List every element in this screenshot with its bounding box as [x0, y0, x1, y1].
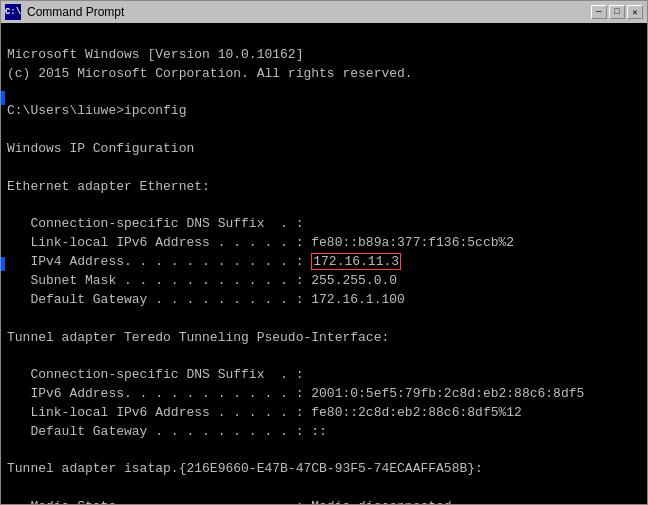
line-blank2 — [7, 84, 641, 103]
maximize-button[interactable]: □ — [609, 5, 625, 19]
line-blank4 — [7, 159, 641, 178]
window-icon: C:\ — [5, 4, 21, 20]
left-accent-2 — [1, 257, 5, 271]
line-blank9 — [7, 479, 641, 498]
line-ipv4: IPv4 Address. . . . . . . . . . . : 172.… — [7, 253, 641, 272]
line-teredo-header: Tunnel adapter Teredo Tunneling Pseudo-I… — [7, 329, 641, 348]
ipv4-label: IPv4 Address. . . . . . . . . . . : — [7, 254, 311, 269]
line-prompt1: C:\Users\liuwe>ipconfig — [7, 102, 641, 121]
window-controls: ─ □ ✕ — [591, 5, 643, 19]
command-prompt-window: C:\ Command Prompt ─ □ ✕ Microsoft Windo… — [0, 0, 648, 505]
line-subnet: Subnet Mask . . . . . . . . . . . : 255.… — [7, 272, 641, 291]
terminal-output: Microsoft Windows [Version 10.0.10162] (… — [1, 23, 647, 504]
title-bar: C:\ Command Prompt ─ □ ✕ — [1, 1, 647, 23]
line-dns-suffix: Connection-specific DNS Suffix . : — [7, 215, 641, 234]
left-accent-1 — [1, 91, 5, 105]
minimize-button[interactable]: ─ — [591, 5, 607, 19]
line-version: Microsoft Windows [Version 10.0.10162] — [7, 46, 641, 65]
line-copyright: (c) 2015 Microsoft Corporation. All righ… — [7, 65, 641, 84]
line-blank8 — [7, 442, 641, 461]
line-ethernet-header: Ethernet adapter Ethernet: — [7, 178, 641, 197]
window-title: Command Prompt — [27, 5, 585, 19]
line-teredo-ipv6: IPv6 Address. . . . . . . . . . . : 2001… — [7, 385, 641, 404]
ipv4-value: 172.16.11.3 — [311, 253, 401, 270]
line-blank6 — [7, 310, 641, 329]
line-isatap-media: Media State . . . . . . . . . . . : Medi… — [7, 498, 641, 504]
line-ipconfig-header: Windows IP Configuration — [7, 140, 641, 159]
line-ipv6-link-local: Link-local IPv6 Address . . . . . : fe80… — [7, 234, 641, 253]
line-isatap-header: Tunnel adapter isatap.{216E9660-E47B-47C… — [7, 460, 641, 479]
line-gateway: Default Gateway . . . . . . . . . : 172.… — [7, 291, 641, 310]
line-blank3 — [7, 121, 641, 140]
line-teredo-link-local: Link-local IPv6 Address . . . . . : fe80… — [7, 404, 641, 423]
line-teredo-dns: Connection-specific DNS Suffix . : — [7, 366, 641, 385]
line-blank7 — [7, 347, 641, 366]
line-teredo-gateway: Default Gateway . . . . . . . . . : :: — [7, 423, 641, 442]
line-blank1 — [7, 27, 641, 46]
close-button[interactable]: ✕ — [627, 5, 643, 19]
line-blank5 — [7, 197, 641, 216]
